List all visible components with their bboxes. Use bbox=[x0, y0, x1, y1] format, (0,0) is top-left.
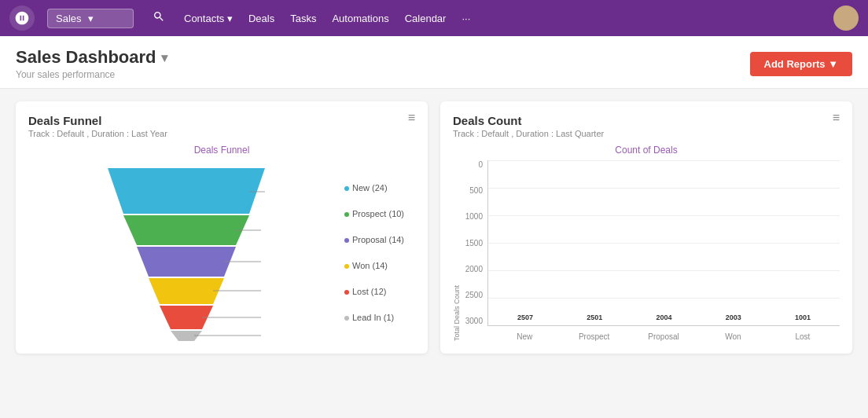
y-tick-500: 500 bbox=[462, 186, 483, 195]
funnel-label-leadin-text: Lead In (1) bbox=[352, 314, 394, 322]
x-label-new: New bbox=[494, 332, 555, 341]
bar-prospect-value: 2501 bbox=[587, 314, 602, 321]
main-content: Deals Funnel Track : Default , Duration … bbox=[0, 89, 868, 366]
svg-marker-5 bbox=[171, 331, 202, 341]
bar-new-value: 2507 bbox=[517, 314, 533, 321]
grid-lines bbox=[488, 160, 840, 325]
funnel-label-new: New (24) bbox=[344, 184, 415, 192]
y-tick-0: 0 bbox=[462, 160, 483, 169]
grid-line-5 bbox=[488, 270, 840, 271]
nav-deals[interactable]: Deals bbox=[248, 13, 274, 24]
funnel-label-proposal-text: Proposal (14) bbox=[352, 236, 404, 244]
funnel-wrapper: New (24) Prospect (10) Proposal (14) Won… bbox=[28, 160, 415, 341]
funnel-label-lost: Lost (12) bbox=[344, 288, 415, 296]
lost-dot bbox=[344, 290, 349, 295]
x-label-won: Won bbox=[702, 332, 763, 341]
funnel-svg bbox=[28, 160, 344, 341]
bar-lost-value: 1001 bbox=[795, 314, 811, 321]
y-axis-label: Total Deals Count bbox=[453, 160, 461, 341]
nav-links: Contacts ▾ Deals Tasks Automations Calen… bbox=[184, 13, 470, 24]
bar-proposal-value: 2004 bbox=[656, 314, 671, 321]
chevron-down-icon: ▾ bbox=[88, 13, 94, 24]
leadin-dot bbox=[344, 316, 349, 321]
page-title-group: Sales Dashboard ▾ Your sales performance bbox=[16, 47, 167, 80]
top-navigation: Sales ▾ Contacts ▾ Deals Tasks Automatio… bbox=[0, 0, 868, 36]
sales-dropdown-label: Sales bbox=[56, 13, 82, 24]
page-title: Sales Dashboard ▾ bbox=[16, 47, 167, 68]
nav-contacts[interactable]: Contacts ▾ bbox=[184, 13, 233, 24]
bar-chart-area: Total Deals Count 3000 2500 2000 1500 10… bbox=[453, 160, 840, 341]
nav-calendar[interactable]: Calendar bbox=[405, 13, 447, 24]
logo[interactable] bbox=[9, 6, 35, 31]
prospect-dot bbox=[344, 212, 349, 217]
bar-lost: 1001 bbox=[772, 314, 833, 325]
chevron-down-icon[interactable]: ▾ bbox=[161, 50, 167, 65]
bar-menu-icon[interactable]: ≡ bbox=[833, 111, 840, 125]
nav-automations[interactable]: Automations bbox=[332, 13, 388, 24]
bars-grid: 2507 2501 2004 2003 bbox=[487, 160, 840, 326]
funnel-card-subtitle: Track : Default , Duration : Last Year bbox=[28, 129, 167, 138]
svg-marker-2 bbox=[137, 247, 236, 277]
funnel-svg-element bbox=[92, 160, 281, 341]
x-label-proposal: Proposal bbox=[633, 332, 694, 341]
won-dot bbox=[344, 264, 349, 269]
search-button[interactable] bbox=[146, 7, 171, 29]
y-tick-1000: 1000 bbox=[462, 212, 483, 221]
user-avatar[interactable] bbox=[833, 6, 859, 31]
page-header: Sales Dashboard ▾ Your sales performance… bbox=[0, 36, 868, 89]
bar-card-title: Deals Count bbox=[453, 114, 604, 127]
bar-card: Deals Count Track : Default , Duration :… bbox=[440, 101, 852, 354]
page-subtitle: Your sales performance bbox=[16, 69, 167, 80]
funnel-card-title: Deals Funnel bbox=[28, 114, 167, 127]
svg-marker-3 bbox=[149, 278, 224, 304]
x-label-prospect: Prospect bbox=[563, 332, 624, 341]
add-reports-button[interactable]: Add Reports ▼ bbox=[750, 52, 852, 76]
funnel-label-prospect: Prospect (10) bbox=[344, 210, 415, 218]
funnel-menu-icon[interactable]: ≡ bbox=[408, 111, 415, 125]
svg-marker-1 bbox=[123, 215, 249, 245]
bar-chart-title: Count of Deals bbox=[453, 145, 840, 156]
funnel-label-prospect-text: Prospect (10) bbox=[352, 210, 404, 218]
funnel-labels: New (24) Prospect (10) Proposal (14) Won… bbox=[344, 160, 415, 322]
bars-xaxis: New Prospect Proposal Won Lost bbox=[487, 329, 840, 341]
svg-marker-0 bbox=[108, 168, 265, 214]
y-axis: 3000 2500 2000 1500 1000 500 0 bbox=[462, 160, 487, 341]
y-tick-2000: 2000 bbox=[462, 265, 483, 273]
sales-dropdown[interactable]: Sales ▾ bbox=[47, 9, 134, 28]
nav-more[interactable]: ··· bbox=[462, 13, 470, 24]
funnel-label-lost-text: Lost (12) bbox=[352, 288, 386, 296]
bars-wrapper: 2507 2501 2004 2003 bbox=[487, 160, 840, 341]
funnel-label-won-text: Won (14) bbox=[352, 262, 388, 270]
y-tick-2500: 2500 bbox=[462, 291, 483, 299]
grid-line-4 bbox=[488, 243, 840, 244]
bar-proposal: 2004 bbox=[633, 314, 694, 325]
grid-line-6 bbox=[488, 298, 840, 299]
y-tick-3000: 3000 bbox=[462, 317, 483, 325]
grid-line-2 bbox=[488, 188, 840, 189]
funnel-card: Deals Funnel Track : Default , Duration … bbox=[16, 101, 428, 354]
grid-line-3 bbox=[488, 215, 840, 216]
grid-line-1 bbox=[488, 160, 840, 161]
new-dot bbox=[344, 186, 349, 191]
funnel-label-new-text: New (24) bbox=[352, 184, 388, 192]
funnel-label-leadin: Lead In (1) bbox=[344, 314, 415, 322]
bar-prospect: 2501 bbox=[564, 314, 625, 325]
page-title-text: Sales Dashboard bbox=[16, 47, 156, 68]
funnel-chart-title: Deals Funnel bbox=[28, 145, 415, 156]
bar-card-subtitle: Track : Default , Duration : Last Quarte… bbox=[453, 129, 604, 138]
funnel-label-won: Won (14) bbox=[344, 262, 415, 270]
x-label-lost: Lost bbox=[772, 332, 833, 341]
funnel-label-proposal: Proposal (14) bbox=[344, 236, 415, 244]
bar-won-value: 2003 bbox=[726, 314, 741, 321]
y-tick-1500: 1500 bbox=[462, 239, 483, 248]
bar-won: 2003 bbox=[703, 314, 764, 325]
nav-tasks[interactable]: Tasks bbox=[290, 13, 316, 24]
bar-new: 2507 bbox=[495, 314, 556, 325]
proposal-dot bbox=[344, 238, 349, 243]
